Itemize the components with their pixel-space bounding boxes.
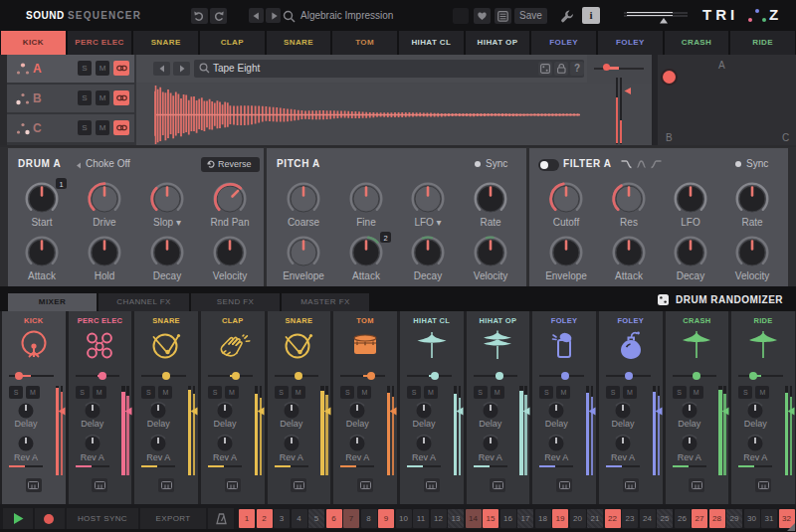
svg-text:1: 1: [59, 180, 63, 189]
svg-text:2: 2: [383, 234, 387, 243]
